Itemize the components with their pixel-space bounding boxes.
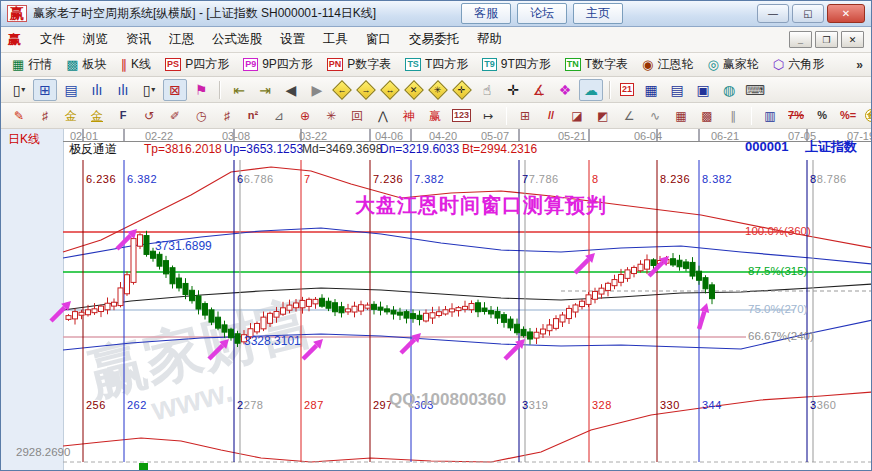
calendar-button[interactable]: 21 — [620, 83, 634, 96]
spiral-tool[interactable]: ↺ — [137, 105, 161, 127]
ruler-123[interactable]: 123 — [452, 109, 471, 122]
gold-circle[interactable]: 金 — [865, 109, 872, 122]
menu-tools[interactable]: 工具 — [314, 29, 357, 50]
star-burst[interactable]: ✳ — [319, 105, 343, 127]
gann-diamond-cross[interactable]: ✕ — [404, 80, 424, 100]
maximize-button[interactable]: ◱ — [792, 4, 824, 23]
f-ruler[interactable]: F — [111, 105, 135, 127]
gold-ratio-1[interactable]: 金 — [59, 105, 83, 127]
tick-ruler-2[interactable]: ♯ — [215, 105, 239, 127]
grid-coarse[interactable]: ▩ — [695, 105, 719, 127]
export-button[interactable]: ◍ — [717, 79, 741, 101]
gann-diamond-right[interactable]: → — [356, 80, 376, 100]
angle-lines[interactable]: ⋀ — [371, 105, 395, 127]
menu-gann[interactable]: 江恩 — [160, 29, 203, 50]
homepage-button[interactable]: 主页 — [573, 3, 623, 24]
parallel-lines[interactable]: ∥ — [721, 105, 745, 127]
t-table-button[interactable]: TNT数字表 — [560, 55, 633, 74]
gann-flower-button[interactable]: ❖ — [553, 79, 577, 101]
pen-tool[interactable]: ✎ — [7, 105, 31, 127]
grid-fine[interactable]: ▦ — [669, 105, 693, 127]
tick-ruler-1[interactable]: ♯ — [33, 105, 57, 127]
kline-button[interactable]: ∥K线 — [116, 55, 157, 74]
gann-bottom-label-part: 330 — [660, 399, 680, 411]
menu-news[interactable]: 资讯 — [117, 29, 160, 50]
fan-rays[interactable]: // — [539, 105, 563, 127]
square-spiral[interactable]: 回 — [345, 105, 369, 127]
angle-fan[interactable]: ∠ — [617, 105, 641, 127]
drag-hand-button[interactable]: ☝ — [475, 79, 499, 101]
gold-ratio-2[interactable]: 金 — [85, 105, 109, 127]
toolbar1-overflow[interactable]: » — [856, 58, 865, 72]
candle-dropdown[interactable]: ▯▾ — [137, 79, 161, 101]
hexagon-button[interactable]: ⬡六角形 — [768, 55, 829, 74]
quote-info-button[interactable]: ▤ — [59, 79, 83, 101]
ying-tool[interactable]: 赢 — [423, 105, 447, 127]
menu-file[interactable]: 文件 — [31, 29, 74, 50]
target-circle[interactable]: ⊕ — [293, 105, 317, 127]
quotes-button[interactable]: ▦行情 — [7, 55, 57, 74]
gann-clock[interactable]: ◷ — [189, 105, 213, 127]
angle-measure-button[interactable]: ∡ — [527, 79, 551, 101]
notepad-button[interactable]: ▤ — [665, 79, 689, 101]
crosshair-button[interactable]: ✛ — [501, 79, 525, 101]
n2-ruler[interactable]: n² — [241, 105, 265, 127]
ray-box[interactable]: ◩ — [591, 105, 615, 127]
bars-9-button[interactable]: ılı — [111, 79, 135, 101]
menu-trade[interactable]: 交易委托 — [400, 29, 468, 50]
gann-diamond-plus[interactable]: ✛ — [452, 80, 472, 100]
bars-3-button[interactable]: ılı — [85, 79, 109, 101]
winner-wheel-button[interactable]: ◎赢家轮 — [702, 55, 763, 74]
menu-help[interactable]: 帮助 — [468, 29, 511, 50]
calculator-button[interactable]: ▦ — [639, 79, 663, 101]
app-window: { "window": { "logo": "赢", "title": "赢家老… — [0, 0, 872, 471]
percent-strike[interactable]: 7% — [784, 105, 808, 127]
first-bar-button[interactable]: ⇤ — [227, 79, 251, 101]
shen-tool[interactable]: 神 — [397, 105, 421, 127]
9t-square-button[interactable]: T99T四方形 — [477, 55, 556, 74]
menu-formula-picker[interactable]: 公式选股 — [203, 29, 271, 50]
9p-square-button[interactable]: P99P四方形 — [238, 55, 318, 74]
gann-bottom-label: 2278 — [237, 399, 263, 411]
compass-pen[interactable]: ✐ — [163, 105, 187, 127]
child-restore-button[interactable]: ❐ — [815, 31, 838, 48]
shaded-box[interactable]: ◪ — [565, 105, 589, 127]
t-square-button[interactable]: TST四方形 — [400, 55, 473, 74]
p-table-button[interactable]: PNP数字表 — [322, 55, 397, 74]
next-bar-button[interactable]: ▶ — [305, 79, 329, 101]
menu-browse[interactable]: 浏览 — [74, 29, 117, 50]
gann-wheel-button[interactable]: ◉江恩轮 — [637, 55, 698, 74]
close-button[interactable]: ✕ — [827, 4, 865, 23]
child-minimize-button[interactable]: _ — [789, 31, 812, 48]
candle-style-dropdown[interactable]: ▯▾ — [7, 79, 31, 101]
menu-window[interactable]: 窗口 — [357, 29, 400, 50]
save-button[interactable]: ▣ — [691, 79, 715, 101]
percent-lines[interactable]: %= — [836, 105, 860, 127]
color-chart-button[interactable]: ⚑ — [189, 79, 213, 101]
pattern-tool-button[interactable]: ⊠ — [163, 79, 187, 101]
smart-tool-button[interactable]: ☁ — [579, 79, 603, 101]
forum-button[interactable]: 论坛 — [517, 3, 567, 24]
main-toolbar: ▦行情▩板块∥K线PSP四方形P99P四方形PNP数字表TST四方形T99T四方… — [1, 53, 871, 77]
zigzag-tool[interactable]: ∿ — [643, 105, 667, 127]
scrollbar-thumb[interactable] — [139, 463, 148, 471]
customer-service-button[interactable]: 客服 — [461, 3, 511, 24]
arrow-stop[interactable]: ↦ — [476, 105, 500, 127]
gann-box[interactable]: ⊞ — [513, 105, 537, 127]
split-screen-button[interactable]: ⊞ — [33, 79, 57, 101]
price-scale[interactable]: ▥ — [758, 105, 782, 127]
print-button[interactable]: ⌨ — [743, 79, 767, 101]
percent-tool[interactable]: % — [810, 105, 834, 127]
menu-settings[interactable]: 设置 — [271, 29, 314, 50]
last-bar-button[interactable]: ⇥ — [253, 79, 277, 101]
sectors-button[interactable]: ▩板块 — [61, 55, 111, 74]
gann-diamond-star[interactable]: ✳ — [428, 80, 448, 100]
prev-bar-button[interactable]: ◀ — [279, 79, 303, 101]
gann-diamond-left[interactable]: ← — [332, 80, 352, 100]
minimize-button[interactable]: — — [757, 4, 789, 23]
gann-diamond-both[interactable]: ↔ — [380, 80, 400, 100]
p-square-button[interactable]: PSP四方形 — [160, 55, 234, 74]
mirror-tool[interactable]: ⊿ — [267, 105, 291, 127]
child-close-button[interactable]: ✕ — [841, 31, 864, 48]
chart-area[interactable]: 赢家财富www. 日K线02-0102-2203-0803-2204-0604-… — [1, 129, 872, 471]
